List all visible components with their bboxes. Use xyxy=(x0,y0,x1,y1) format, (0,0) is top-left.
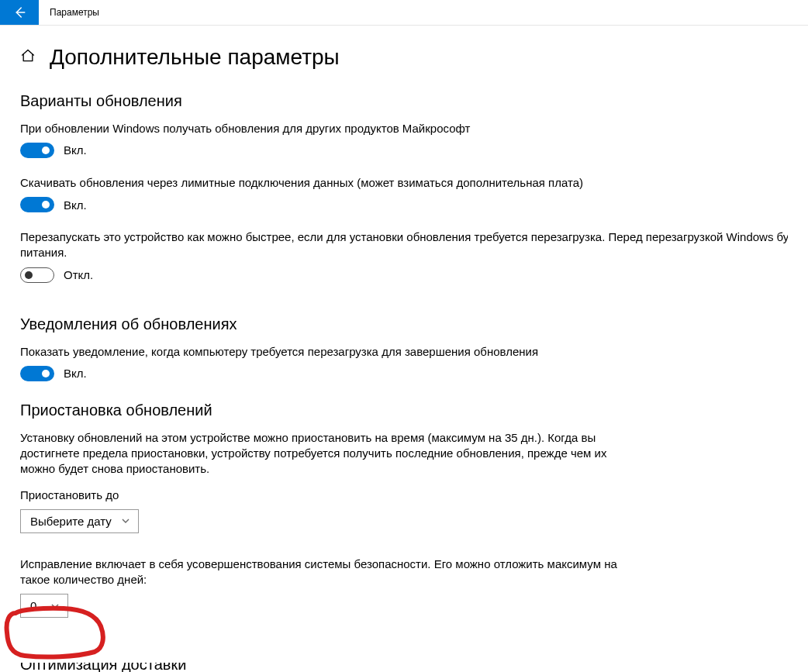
toggle-metered[interactable] xyxy=(20,197,54,212)
section-pause-updates: Приостановка обновлений Установку обновл… xyxy=(20,401,788,618)
toggle-row-restart: Откл. xyxy=(20,267,788,283)
defer-description: Исправление включает в себя усовершенств… xyxy=(20,557,633,588)
section-notifications: Уведомления об обновлениях Показать увед… xyxy=(20,315,788,381)
toggle-notify-restart[interactable] xyxy=(20,366,54,381)
back-arrow-icon xyxy=(12,5,26,19)
section-update-options: Варианты обновления При обновлении Windo… xyxy=(20,92,788,283)
defer-days-value: 0 xyxy=(30,599,36,612)
chevron-down-icon xyxy=(121,516,130,526)
home-icon[interactable] xyxy=(20,48,36,66)
toggle-state-notify-restart: Вкл. xyxy=(64,367,87,380)
back-button[interactable] xyxy=(0,0,39,25)
pause-date-value: Выберите дату xyxy=(30,515,112,528)
page-header: Дополнительные параметры xyxy=(20,44,788,71)
window-title: Параметры xyxy=(39,0,99,25)
setting-label-restart: Перезапускать это устройство как можно б… xyxy=(20,229,788,245)
pause-description: Установку обновлений на этом устройстве … xyxy=(20,430,625,477)
toggle-state-other-products: Вкл. xyxy=(64,143,87,157)
toggle-row-other-products: Вкл. xyxy=(20,143,788,158)
section-heading-notifications: Уведомления об обновлениях xyxy=(20,315,788,333)
toggle-restart[interactable] xyxy=(20,267,54,283)
page-title: Дополнительные параметры xyxy=(50,44,340,71)
chevron-down-icon xyxy=(50,601,60,611)
toggle-other-products[interactable] xyxy=(20,143,54,158)
setting-label-other-products: При обновлении Windows получать обновлен… xyxy=(20,121,788,136)
defer-days-combo[interactable]: 0 xyxy=(20,594,68,618)
page-content: Дополнительные параметры Варианты обновл… xyxy=(0,26,808,618)
setting-label-notify-restart: Показать уведомление, когда компьютеру т… xyxy=(20,344,788,360)
section-heading-pause: Приостановка обновлений xyxy=(20,401,788,419)
toggle-state-restart: Откл. xyxy=(64,268,93,281)
section-heading-delivery-optimization: Оптимизация доставки xyxy=(20,663,186,672)
toggle-state-metered: Вкл. xyxy=(64,198,87,212)
pause-date-combo[interactable]: Выберите дату xyxy=(20,509,139,533)
setting-label-metered: Скачивать обновления через лимитные подк… xyxy=(20,175,788,191)
titlebar: Параметры xyxy=(0,0,808,26)
toggle-row-metered: Вкл. xyxy=(20,197,788,212)
section-heading-update-options: Варианты обновления xyxy=(20,92,788,110)
setting-label-restart-line2: питания. xyxy=(20,245,788,260)
pause-until-label: Приостановить до xyxy=(20,488,788,501)
toggle-row-notify-restart: Вкл. xyxy=(20,366,788,381)
